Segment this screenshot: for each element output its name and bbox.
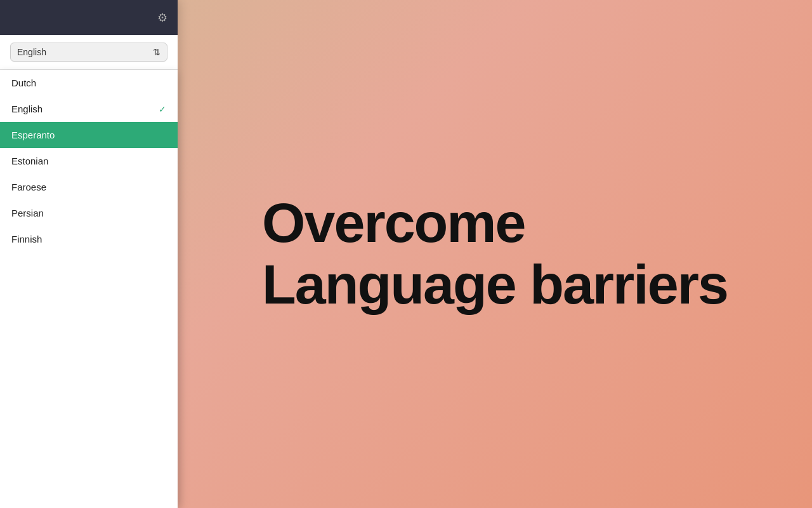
dropdown-item-label: Faroese [11, 182, 46, 192]
check-icon: ✓ [159, 104, 166, 114]
hero-text: Overcome Language barriers [262, 192, 728, 316]
dropdown-item[interactable]: Faroese [0, 174, 178, 200]
language-select-control[interactable]: English ⇅ [10, 43, 167, 62]
dropdown-item-label: English [11, 104, 43, 114]
updown-icon: ⇅ [153, 47, 160, 57]
sidebar-topbar: ⚙ [0, 0, 178, 35]
dropdown-item-label: Dutch [11, 77, 36, 88]
dropdown-item[interactable]: Finnish [0, 226, 178, 252]
dropdown-item[interactable]: Dutch [0, 70, 178, 96]
dropdown-item-label: Estonian [11, 156, 48, 166]
dropdown-item-label: Persian [11, 208, 44, 218]
hero-line1: Overcome [262, 192, 728, 254]
hero-line2: Language barriers [262, 254, 728, 316]
dropdown-item[interactable]: Esperanto [0, 122, 178, 148]
dropdown-item-label: Esperanto [11, 130, 55, 140]
language-select-value: English [17, 47, 46, 57]
dropdown-item[interactable]: Estonian [0, 148, 178, 174]
language-selector-area: English ⇅ [0, 35, 178, 70]
language-dropdown-list: DutchEnglish✓EsperantoEstonianFaroesePer… [0, 70, 178, 508]
main-content: Overcome Language barriers [178, 0, 812, 508]
gear-icon[interactable]: ⚙ [157, 11, 167, 25]
dropdown-item[interactable]: Persian [0, 200, 178, 226]
dropdown-item-label: Finnish [11, 234, 42, 244]
dropdown-item[interactable]: English✓ [0, 96, 178, 122]
sidebar: ⚙ English ⇅ DutchEnglish✓EsperantoEstoni… [0, 0, 178, 508]
